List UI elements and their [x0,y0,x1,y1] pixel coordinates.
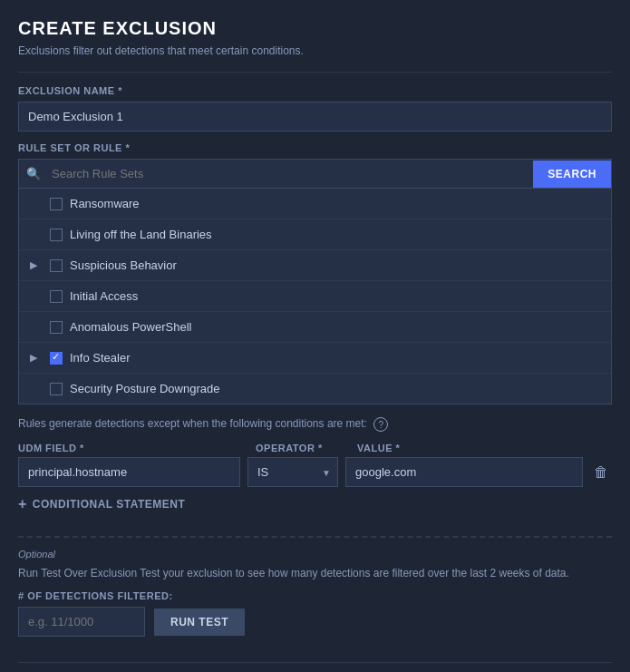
rule-label: Initial Access [70,289,138,303]
add-condition-button[interactable]: + CONDITIONAL STATEMENT [18,496,185,512]
udm-field-input[interactable] [18,457,240,487]
detections-label: # OF DETECTIONS FILTERED: [18,590,612,601]
search-row: 🔍 SEARCH [18,159,612,189]
page-subtitle: Exclusions filter out detections that me… [18,44,612,57]
conditions-section: Rules generate detections except when th… [18,417,612,525]
rule-label: Suspicious Behavior [70,258,177,272]
plus-icon: + [18,496,27,512]
help-icon[interactable]: ? [373,417,388,432]
rule-list[interactable]: RansomwareLiving off the Land Binaries▶S… [18,189,612,404]
list-item[interactable]: ▶Info Stealer [19,343,611,374]
run-test-button[interactable]: RUN TEST [154,609,245,636]
list-item[interactable]: ▶Suspicious Behavior [19,250,611,281]
exclusion-name-label: EXCLUSION NAME * [18,85,612,96]
rule-checkbox[interactable] [50,383,63,395]
rule-checkbox[interactable] [50,259,63,272]
value-label: VALUE * [357,443,612,453]
rule-label: Ransomware [70,197,140,210]
rule-label: Security Posture Downgrade [70,382,219,395]
conditions-column-labels: UDM FIELD * OPERATOR * VALUE * [18,443,612,453]
list-item[interactable]: Living off the Land Binaries [19,219,611,250]
optional-section: Optional Run Test Over Exclusion Test yo… [18,536,612,651]
rule-label: Living off the Land Binaries [70,228,212,241]
rule-label: Anomalous PowerShell [70,320,191,334]
create-exclusion-page: CREATE EXCLUSION Exclusions filter out d… [0,0,630,672]
add-condition-label: CONDITIONAL STATEMENT [33,498,186,511]
header-divider [18,72,612,73]
list-item[interactable]: Ransomware [19,189,611,219]
delete-condition-button[interactable]: 🗑 [590,461,612,484]
rule-checkbox[interactable] [50,198,63,210]
value-input[interactable] [345,457,583,487]
rule-checkbox[interactable] [50,321,63,334]
list-item[interactable]: Security Posture Downgrade [19,374,611,404]
list-item[interactable]: Initial Access [19,281,611,312]
search-icon: 🔍 [19,167,48,180]
udm-field-label: UDM FIELD * [18,443,245,453]
footer: Enable Exclusion upon creation DISCARD A… [18,662,612,672]
search-button[interactable]: SEARCH [533,161,611,188]
search-input[interactable] [48,160,533,188]
rule-set-label: RULE SET OR RULE * [18,142,612,153]
rule-checkbox[interactable] [50,229,63,241]
optional-label: Optional [18,549,612,560]
conditions-inputs: ISIS NOTCONTAINSMATCHES ▼ 🗑 [18,457,612,487]
rule-label: Info Stealer [70,351,131,365]
page-title: CREATE EXCLUSION [18,18,612,39]
chevron-right-icon[interactable]: ▶ [30,352,43,364]
operator-label: OPERATOR * [256,443,346,453]
operator-select[interactable]: ISIS NOTCONTAINSMATCHES [247,457,338,487]
detections-input[interactable] [18,607,145,637]
operator-select-wrap: ISIS NOTCONTAINSMATCHES ▼ [247,457,338,487]
run-test-description: Run Test Over Exclusion Test your exclus… [18,565,612,581]
conditions-label: Rules generate detections except when th… [18,417,612,432]
list-item[interactable]: Anomalous PowerShell [19,312,611,343]
exclusion-name-input[interactable] [18,102,612,131]
rule-checkbox[interactable] [50,352,63,365]
chevron-right-icon[interactable]: ▶ [30,259,43,271]
rule-checkbox[interactable] [50,290,63,303]
run-test-row: RUN TEST [18,607,612,637]
